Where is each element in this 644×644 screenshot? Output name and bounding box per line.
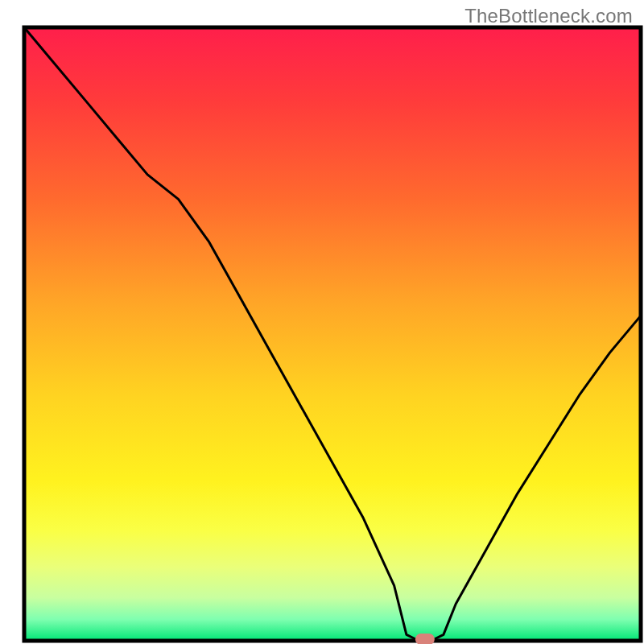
- optimal-point-marker: [415, 634, 435, 644]
- watermark-text: TheBottleneck.com: [464, 5, 633, 27]
- bottleneck-chart: [0, 0, 644, 644]
- plot-background: [24, 27, 641, 641]
- chart-container: TheBottleneck.com: [0, 0, 644, 644]
